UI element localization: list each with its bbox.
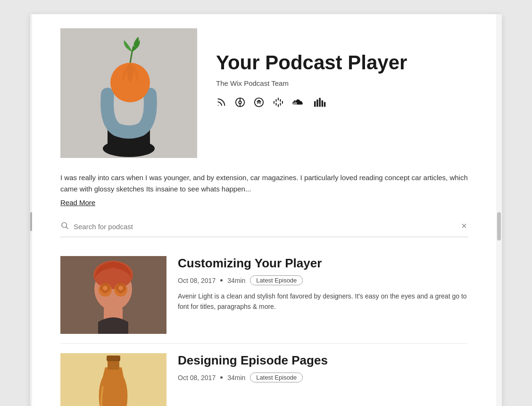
- svg-rect-23: [316, 99, 318, 107]
- svg-line-28: [66, 227, 68, 229]
- podcast-title: Your Podcast Player: [216, 52, 468, 74]
- episode-2-thumbnail: [60, 353, 166, 406]
- podcast-platform-icons: [216, 97, 468, 111]
- charts-icon[interactable]: [314, 97, 326, 110]
- ep2-image: [60, 353, 166, 406]
- svg-rect-11: [278, 104, 279, 107]
- svg-rect-25: [322, 100, 323, 107]
- spotify-icon[interactable]: [254, 97, 264, 110]
- description-section: I was really into cars when I was younge…: [60, 172, 468, 207]
- svg-point-27: [62, 223, 67, 228]
- svg-rect-22: [314, 101, 316, 107]
- page-content: Your Podcast Player The Wix Podcast Team: [32, 14, 496, 406]
- hero-description: I was really into cars when I was younge…: [60, 172, 468, 195]
- episode-item-2: Designing Episode Pages Oct 08, 2017 34m…: [60, 344, 468, 406]
- episode-item-1: Customizing Your Player Oct 08, 2017 34m…: [60, 247, 468, 344]
- episode-1-title: Customizing Your Player: [178, 256, 468, 271]
- podcast-author: The Wix Podcast Team: [216, 79, 468, 87]
- svg-rect-26: [324, 102, 325, 107]
- left-scrollbar: [30, 14, 32, 406]
- episode-1-badge: Latest Episode: [250, 275, 303, 285]
- left-scrollbar-thumb: [30, 212, 32, 231]
- episode-1-thumbnail: [60, 256, 166, 334]
- rss-icon[interactable]: [216, 97, 226, 110]
- episode-2-date: Oct 08, 2017: [178, 374, 216, 381]
- search-icon: [60, 221, 69, 232]
- soundcloud-icon[interactable]: [292, 97, 306, 110]
- svg-point-45: [118, 286, 123, 290]
- svg-rect-14: [276, 99, 277, 102]
- svg-rect-13: [282, 101, 283, 104]
- episode-1-date: Oct 08, 2017: [178, 277, 216, 284]
- right-scrollbar: [496, 14, 502, 406]
- hero-section: Your Podcast Player The Wix Podcast Team: [60, 28, 468, 158]
- search-bar: [60, 221, 468, 237]
- read-more-link[interactable]: Read More: [60, 199, 95, 207]
- search-input[interactable]: [74, 223, 456, 231]
- episode-1-info: Customizing Your Player Oct 08, 2017 34m…: [178, 256, 468, 312]
- svg-rect-10: [278, 98, 279, 100]
- episode-2-dot: [220, 376, 223, 379]
- episode-1-description: Avenir Light is a clean and stylish font…: [178, 291, 468, 312]
- episode-1-dot: [220, 279, 223, 282]
- main-window: Your Podcast Player The Wix Podcast Team: [30, 14, 502, 406]
- svg-rect-16: [276, 103, 277, 106]
- episode-2-info: Designing Episode Pages Oct 08, 2017 34m…: [178, 353, 468, 388]
- svg-rect-49: [107, 356, 120, 361]
- google-podcasts-icon[interactable]: [273, 97, 284, 111]
- hero-info: Your Podcast Player The Wix Podcast Team: [216, 28, 468, 111]
- svg-rect-24: [319, 98, 320, 107]
- svg-point-40: [103, 286, 108, 290]
- svg-rect-12: [274, 101, 274, 104]
- search-clear-icon[interactable]: [460, 222, 468, 232]
- episode-2-title: Designing Episode Pages: [178, 353, 468, 368]
- hero-image: [60, 28, 197, 158]
- episode-2-duration: 34min: [227, 374, 245, 381]
- episode-2-meta: Oct 08, 2017 34min Latest Episode: [178, 373, 468, 382]
- episode-2-badge: Latest Episode: [250, 373, 303, 382]
- episode-1-meta: Oct 08, 2017 34min Latest Episode: [178, 275, 468, 285]
- svg-rect-15: [280, 103, 281, 106]
- right-scrollbar-thumb[interactable]: [497, 212, 501, 240]
- apple-podcasts-icon[interactable]: [235, 97, 245, 110]
- episode-1-duration: 34min: [227, 277, 245, 284]
- svg-point-4: [218, 105, 219, 106]
- ep1-image: [60, 256, 166, 334]
- svg-rect-17: [280, 99, 281, 102]
- svg-point-6: [239, 101, 241, 104]
